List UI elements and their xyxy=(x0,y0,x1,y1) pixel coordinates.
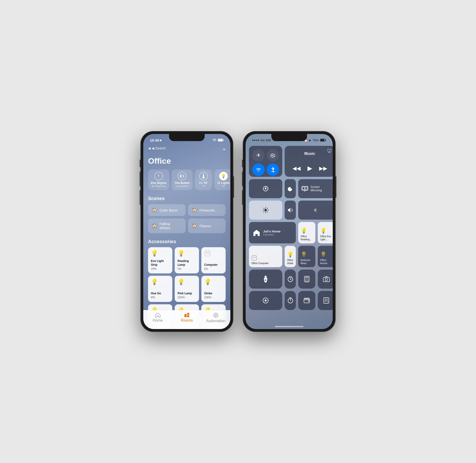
office-reading-icon: 💡 xyxy=(301,228,307,234)
stopwatch-button[interactable] xyxy=(285,291,296,310)
back-navigation[interactable]: ◀ ◀ Search xyxy=(148,146,166,150)
volume-icon xyxy=(287,207,294,214)
reading-lamp-label: Reading Lamp xyxy=(178,259,196,267)
bluetooth-icon xyxy=(271,167,275,172)
status-time: 10:40 ▶ xyxy=(150,138,162,142)
button-status: Low Battery xyxy=(174,185,189,188)
status-tile-button[interactable]: The Button Low Battery xyxy=(171,169,192,190)
tab-rooms[interactable]: Rooms xyxy=(172,313,201,323)
timer-icon xyxy=(287,276,293,282)
add-button[interactable]: + xyxy=(223,146,226,152)
office-eve-light-button[interactable]: 💡 Office Eve Light... xyxy=(318,222,333,243)
status-tile-temp[interactable]: 71–75° --% xyxy=(195,169,212,190)
scene-flames-label: Flames xyxy=(199,224,211,228)
shazam-button[interactable] xyxy=(249,291,282,310)
svg-line-44 xyxy=(264,208,264,209)
accessory-reading-lamp[interactable]: 💡 Reading Lamp On xyxy=(175,247,199,273)
status-tile-lights[interactable]: 💡 11 Lights On xyxy=(215,169,230,190)
office-aurora-label: Office Aurora xyxy=(320,259,332,265)
svg-point-64 xyxy=(306,281,307,281)
svg-rect-16 xyxy=(187,315,189,317)
svg-line-57 xyxy=(291,276,291,277)
office-computer-button[interactable]: Office Computer xyxy=(249,246,282,267)
connectivity-block: ✈ xyxy=(249,146,282,177)
phone-1-home-app: 10:40 ▶ ◀ ◀ Search + Office xyxy=(140,131,233,332)
scene-falling-whites[interactable]: 🏠 Falling Whites xyxy=(148,218,186,233)
svg-point-65 xyxy=(308,281,308,281)
tab-home[interactable]: Home xyxy=(143,313,172,323)
accessory-computer[interactable]: Computer On xyxy=(201,247,226,273)
screen-mirroring-button[interactable]: Screen Mirroring xyxy=(298,179,333,198)
power-button xyxy=(233,176,234,198)
bluetooth-toggle-button[interactable] xyxy=(267,163,279,176)
flashlight-button[interactable] xyxy=(249,270,282,289)
status-tile-eve-degree[interactable]: ! Eve Degree No Response xyxy=(148,169,169,190)
scene-fireworks[interactable]: 🏠 Fireworks xyxy=(188,204,226,216)
home-tab-label: Home xyxy=(153,318,163,323)
airplane-mode-button[interactable]: ✈ xyxy=(252,149,265,161)
control-center-background: No SIM ⏰ ▶ 76% ✈ xyxy=(246,134,333,329)
forward-button[interactable]: ▶▶ xyxy=(319,165,327,171)
wifi-toggle-button[interactable] xyxy=(252,163,265,176)
airplay-button[interactable] xyxy=(327,149,332,153)
scene-color-burst[interactable]: 🏠 Color Burst xyxy=(148,204,186,216)
wifi-toggle-icon xyxy=(256,168,261,172)
hue-go-label: Hue Go xyxy=(151,292,170,295)
cellular-button[interactable] xyxy=(267,149,279,161)
rooms-tab-label: Rooms xyxy=(181,318,193,323)
svg-point-61 xyxy=(306,280,307,280)
power-button-2 xyxy=(336,176,336,198)
calculator-icon xyxy=(304,276,309,282)
scenes-section-label: Scenes xyxy=(143,195,230,204)
svg-rect-14 xyxy=(184,314,187,317)
volume-slider[interactable] xyxy=(285,201,296,220)
music-block[interactable]: Music ◀◀ ▶ ▶▶ xyxy=(285,146,333,177)
computer-label: Computer xyxy=(204,263,223,267)
office-globe-button[interactable]: 💡 Office Globe xyxy=(285,246,296,267)
brightness-slider[interactable] xyxy=(249,201,282,220)
timer-button[interactable] xyxy=(285,270,296,289)
office-reading-button[interactable]: 💡 Office Reading... xyxy=(298,222,315,243)
scene-home-icon-3: 🏠 xyxy=(152,223,157,228)
accessory-hue-go[interactable]: 💡 Hue Go 8% xyxy=(148,276,172,302)
accessory-globe[interactable]: 💡 Globe 100% xyxy=(201,276,226,302)
battery-percent-cc: 76% xyxy=(313,138,319,142)
notes-button[interactable] xyxy=(318,291,333,310)
automation-tab-icon xyxy=(213,313,218,318)
pink-lamp-label: Pink Lamp xyxy=(178,292,196,295)
camera-button[interactable] xyxy=(318,270,333,289)
bedroom-meep-button[interactable]: 💡 Bedroom Meep xyxy=(298,246,315,267)
scene-flames[interactable]: 🏠 Flames xyxy=(188,218,226,233)
volume-up-button xyxy=(140,171,140,186)
computer-status: On xyxy=(204,267,223,270)
rewind-button[interactable]: ◀◀ xyxy=(293,165,301,171)
notes-edit-icon xyxy=(323,297,329,303)
rotation-lock-button[interactable] xyxy=(249,179,282,198)
scene-home-icon: 🏠 xyxy=(152,207,157,213)
svg-line-45 xyxy=(267,212,268,212)
accessory-eve-light-strip[interactable]: 💡 Eve Light Strip 20% xyxy=(148,247,172,273)
reading-lamp-icon: 💡 xyxy=(178,250,196,257)
svg-line-47 xyxy=(264,212,264,212)
office-aurora-button[interactable]: 💡 Office Aurora xyxy=(318,246,333,267)
scene-home-icon-2: 🏠 xyxy=(192,207,197,213)
status-icons xyxy=(213,139,224,142)
svg-rect-25 xyxy=(321,139,324,141)
wallet-button[interactable] xyxy=(298,291,315,310)
office-aurora-icon: 💡 xyxy=(320,251,327,258)
svg-rect-13 xyxy=(208,252,209,254)
eve-light-strip-label: Eve Light Strip xyxy=(151,259,170,267)
calculator-button[interactable] xyxy=(298,270,315,289)
lights-status: On xyxy=(217,185,230,188)
play-button[interactable]: ▶ xyxy=(307,165,312,172)
flashlight-icon xyxy=(263,276,269,282)
back-label[interactable]: ◀ Search xyxy=(152,146,166,150)
tab-automation[interactable]: Automation xyxy=(201,313,230,323)
do-not-disturb-button[interactable] xyxy=(285,179,296,198)
bedroom-meep-label: Bedroom Meep xyxy=(301,259,313,265)
svg-line-46 xyxy=(267,208,268,209)
julis-home-button[interactable]: Juli's Home Favorites xyxy=(249,222,296,243)
eve-degree-label: Eve Degree xyxy=(151,181,166,185)
notch xyxy=(169,134,205,141)
accessory-pink-lamp[interactable]: 💡 Pink Lamp 100% xyxy=(175,276,199,302)
